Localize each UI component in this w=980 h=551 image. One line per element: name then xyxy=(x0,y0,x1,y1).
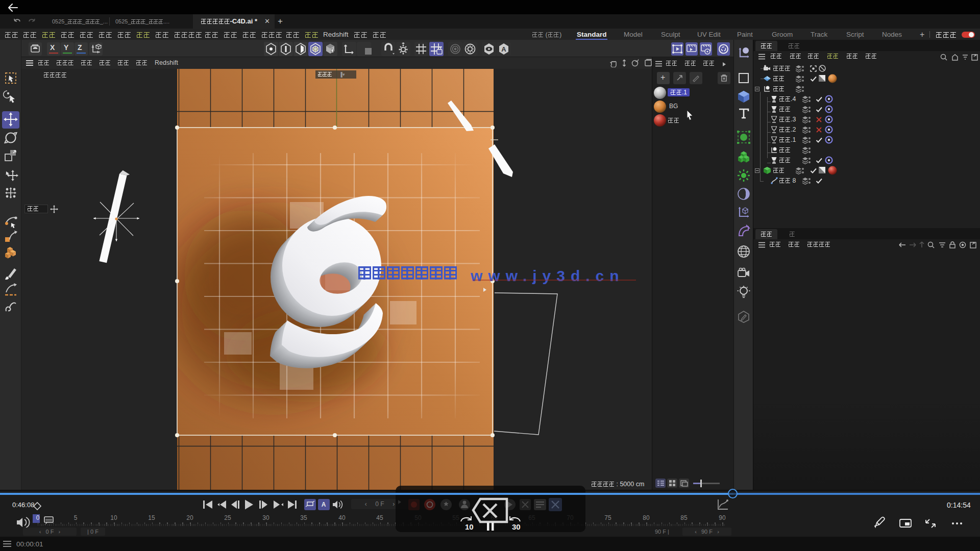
svg-text:30: 30 xyxy=(512,522,521,531)
svg-text:A: A xyxy=(501,45,506,53)
svg-text:A: A xyxy=(322,501,326,508)
svg-text:10: 10 xyxy=(465,522,474,531)
